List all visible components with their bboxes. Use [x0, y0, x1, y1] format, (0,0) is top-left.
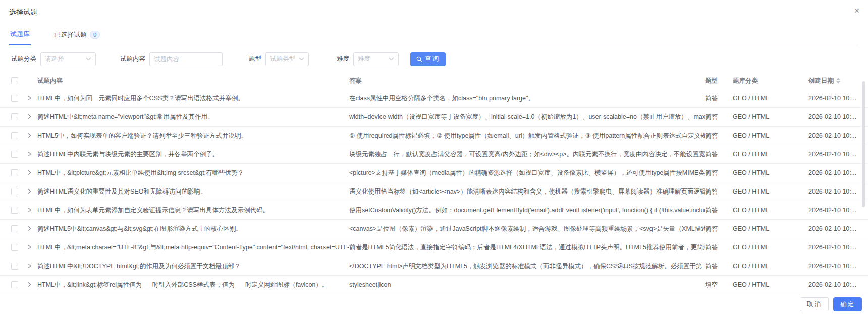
difficulty-select[interactable]: 难度 [353, 52, 399, 66]
column-header-content: 试题内容 [37, 77, 349, 85]
cell-question-type: 填空 [705, 281, 733, 289]
expand-row-icon[interactable] [25, 113, 33, 121]
cell-answer: stylesheet|icon [349, 281, 705, 288]
tab-selected-questions[interactable]: 已选择试题 0 [53, 30, 101, 45]
cell-question-type: 简答 [705, 225, 733, 233]
expand-row-icon[interactable] [25, 225, 33, 233]
tab-selected-questions-label: 已选择试题 [54, 30, 87, 39]
cell-question-content: HTML中，如何为同一元素同时应用多个CSS类？请写出语法格式并举例。 [37, 94, 349, 103]
cell-question-content: 简述HTML中内联元素与块级元素的主要区别，并各举两个例子。 [37, 150, 349, 159]
cell-question-type: 简答 [705, 113, 733, 121]
query-button[interactable]: 查询 [410, 52, 446, 66]
cell-create-date: 2026-02-10 10:... [808, 263, 856, 270]
cell-bank-category: GEO / HTML [733, 169, 808, 176]
chevron-down-icon [299, 57, 304, 61]
table-row: 简述HTML语义化的重要性及其对SEO和无障碍访问的影响。 语义化使用恰当标签（… [0, 182, 868, 201]
row-checkbox[interactable] [11, 281, 18, 288]
cell-bank-category: GEO / HTML [733, 281, 808, 288]
row-checkbox[interactable] [11, 95, 18, 102]
row-checkbox[interactable] [11, 188, 18, 195]
table-row: HTML中，&lt;picture&gt;元素相比单纯使用&lt;img src… [0, 164, 868, 182]
cell-bank-category: GEO / HTML [733, 188, 808, 195]
cell-question-content: HTML中，如何为表单元素添加自定义验证提示信息？请写出具体方法及示例代码。 [37, 206, 349, 215]
expand-row-icon[interactable] [25, 94, 33, 102]
cell-answer: 使用setCustomValidity()方法。例如：document.getE… [349, 206, 705, 215]
type-filter-label: 题型 [249, 55, 261, 64]
selected-count-badge: 0 [90, 31, 100, 39]
cell-question-content: 简述HTML中&lt;meta name="viewport"&gt;常用属性及… [37, 113, 349, 121]
cell-bank-category: GEO / HTML [733, 151, 808, 158]
sort-icon[interactable] [836, 78, 840, 84]
table-row: 简述HTML5中&lt;canvas&gt;与&lt;svg&gt;在图形渲染方… [0, 220, 868, 238]
category-filter-label: 试题分类 [11, 55, 36, 64]
expand-row-icon[interactable] [25, 187, 33, 196]
column-header-date[interactable]: 创建日期 [808, 77, 840, 85]
cell-create-date: 2026-02-10 10:... [808, 169, 856, 176]
row-checkbox[interactable] [11, 113, 18, 120]
cell-question-content: HTML中，&lt;picture&gt;元素相比单纯使用&lt;img src… [37, 169, 349, 177]
cell-bank-category: GEO / HTML [733, 95, 808, 102]
expand-row-icon[interactable] [25, 169, 33, 177]
cell-question-content: 简述HTML5中&lt;canvas&gt;与&lt;svg&gt;在图形渲染方… [37, 225, 349, 233]
chevron-down-icon [86, 57, 91, 61]
expand-row-icon[interactable] [25, 281, 33, 289]
close-icon[interactable]: ✕ [852, 5, 862, 16]
row-checkbox[interactable] [11, 244, 18, 251]
column-header-type: 题型 [705, 77, 733, 85]
cell-create-date: 2026-02-10 10:... [808, 188, 856, 195]
cell-create-date: 2026-02-10 10:... [808, 95, 856, 102]
tab-question-bank[interactable]: 试题库 [9, 30, 31, 45]
cell-create-date: 2026-02-10 10:... [808, 281, 856, 288]
type-select[interactable]: 试题类型 [265, 52, 309, 66]
table-row: HTML中，&lt;link&gt;标签rel属性值为___时引入外部CSS样式… [0, 276, 868, 294]
chevron-down-icon [389, 57, 394, 61]
expand-row-icon[interactable] [25, 132, 33, 140]
expand-row-icon[interactable] [25, 206, 33, 214]
cell-question-type: 简答 [705, 243, 733, 252]
confirm-button[interactable]: 确定 [833, 297, 862, 311]
row-checkbox[interactable] [11, 207, 18, 214]
cell-question-type: 简答 [705, 132, 733, 140]
cell-question-type: 简答 [705, 187, 733, 196]
cell-answer: width=device-width（设视口宽度等于设备宽度）、initial-… [349, 113, 705, 121]
cancel-button[interactable]: 取消 [800, 297, 829, 311]
modal-title: 选择试题 [9, 8, 37, 16]
table-row: 简述HTML中内联元素与块级元素的主要区别，并各举两个例子。 块级元素独占一行，… [0, 145, 868, 164]
table-header-row: 试题内容 答案 题型 题库分类 创建日期 [0, 72, 868, 89]
row-checkbox[interactable] [11, 225, 18, 232]
expand-row-icon[interactable] [25, 243, 33, 251]
column-header-category: 题库分类 [733, 77, 808, 85]
type-select-placeholder: 试题类型 [270, 55, 295, 64]
cell-answer: 在class属性中用空格分隔多个类名，如class="btn primary l… [349, 94, 705, 103]
row-checkbox[interactable] [11, 132, 18, 139]
row-checkbox[interactable] [11, 151, 18, 158]
cell-answer: <picture>支持基于媒体查询（media属性）的精确资源选择（如视口宽度、… [349, 169, 705, 177]
difficulty-filter-label: 难度 [337, 55, 349, 64]
expand-row-icon[interactable] [25, 262, 33, 270]
cell-answer: 前者是HTML5简化语法，直接指定字符编码；后者是HTML4/XHTML语法，通… [349, 243, 705, 252]
cell-question-type: 简答 [705, 94, 733, 103]
table-row: HTML中，如何为同一元素同时应用多个CSS类？请写出语法格式并举例。 在cla… [0, 89, 868, 108]
column-header-answer: 答案 [349, 77, 705, 85]
expand-row-icon[interactable] [25, 150, 33, 158]
select-all-checkbox[interactable] [11, 77, 18, 84]
cell-create-date: 2026-02-10 10:... [808, 244, 856, 251]
category-select[interactable]: 请选择 [40, 52, 96, 66]
row-checkbox[interactable] [11, 263, 18, 270]
cell-question-content: 简述HTML中&lt;!DOCTYPE html&gt;的作用及为何必须置于文档… [37, 262, 349, 271]
vertical-scrollbar[interactable] [862, 81, 865, 207]
cell-bank-category: GEO / HTML [733, 207, 808, 214]
cell-bank-category: GEO / HTML [733, 263, 808, 270]
row-checkbox[interactable] [11, 169, 18, 176]
cell-bank-category: GEO / HTML [733, 132, 808, 139]
content-search-input[interactable] [149, 52, 223, 66]
cell-answer: <!DOCTYPE html>声明文档类型为HTML5，触发浏览器的标准模式（而… [349, 262, 705, 271]
cell-question-type: 简答 [705, 206, 733, 215]
filter-bar: 试题分类 请选择 试题内容 题型 试题类型 难度 难度 查询 [11, 52, 868, 66]
cell-question-type: 简答 [705, 169, 733, 177]
cell-question-content: HTML中，&lt;link&gt;标签rel属性值为___时引入外部CSS样式… [37, 281, 349, 289]
cell-create-date: 2026-02-10 10:... [808, 113, 856, 120]
question-table: 试题内容 答案 题型 题库分类 创建日期 HTML中，如何为同一元素同时应用多个… [0, 72, 868, 294]
tab-question-bank-label: 试题库 [10, 30, 30, 39]
cell-answer: 语义化使用恰当标签（如<article><nav>）能清晰表达内容结构和含义，使… [349, 187, 705, 196]
